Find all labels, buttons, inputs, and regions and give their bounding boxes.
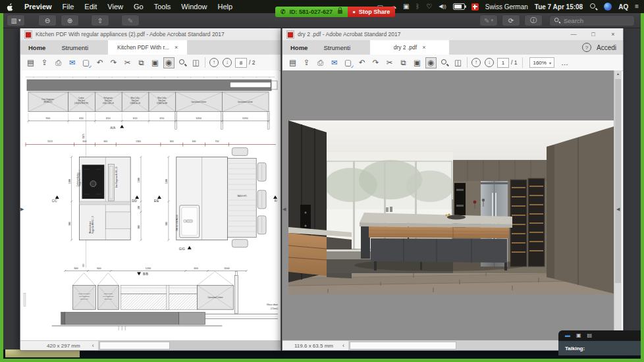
save-icon[interactable]: ▤: [26, 58, 36, 68]
snapshot-icon[interactable]: ◉: [164, 58, 174, 68]
minimize-button[interactable]: —: [564, 31, 583, 38]
accedi-link[interactable]: Accedi: [597, 44, 616, 51]
close-icon[interactable]: ×: [422, 44, 425, 51]
print-icon[interactable]: ⎙: [53, 58, 63, 68]
help-button[interactable]: ?: [582, 43, 591, 52]
pdf-page-kitchen-drawing[interactable]: Oven Gaggenau(BX480-11) CookerSub Zero(C…: [20, 70, 279, 341]
svg-text:Gaggenau CX480-111: Gaggenau CX480-111: [78, 169, 81, 186]
menu-go[interactable]: Go: [134, 3, 144, 11]
redo-icon[interactable]: ↷: [109, 58, 119, 68]
input-language[interactable]: Swiss German: [485, 3, 528, 11]
previous-page-icon[interactable]: ↑: [209, 58, 219, 67]
close-window-button[interactable]: ×: [603, 31, 623, 38]
zoom-level-select[interactable]: 160% ▾: [529, 57, 554, 68]
advanced-search-icon[interactable]: ◫: [453, 58, 463, 68]
zoom-out-button[interactable]: ⊖: [38, 14, 57, 26]
markup-button[interactable]: ✎: [121, 14, 140, 26]
menu-help[interactable]: Help: [217, 3, 232, 11]
grid-panel-icon[interactable]: ▤: [587, 333, 593, 338]
menu-tools[interactable]: Tools: [154, 3, 171, 11]
redo-icon[interactable]: ↷: [371, 58, 381, 68]
menu-window[interactable]: Window: [181, 3, 207, 11]
screen-share-icon[interactable]: ▣: [403, 3, 409, 10]
tab-strumenti[interactable]: Strumenti: [53, 40, 96, 55]
advanced-search-icon[interactable]: ◫: [191, 58, 201, 68]
share-button[interactable]: ⇧: [91, 14, 109, 26]
copy-icon[interactable]: ⧉: [398, 58, 408, 68]
snapshot-icon[interactable]: ◉: [426, 58, 436, 68]
cut-icon[interactable]: ✂: [385, 58, 394, 68]
page-number-input[interactable]: 1: [497, 58, 509, 68]
ribbon-tabstrip: Home Strumenti dry 2 .pdf × ? Accedi: [282, 40, 623, 55]
menu-clock[interactable]: Tue 7 Apr 15:08: [535, 3, 583, 11]
panel-collapse-arrow[interactable]: ◀: [282, 207, 286, 212]
document-tab[interactable]: Kitchen PDF With r... ×: [108, 40, 187, 55]
tab-home[interactable]: Home: [282, 40, 315, 55]
user-initials[interactable]: AQ: [618, 3, 628, 11]
pdf-canvas[interactable]: ▴: [282, 70, 622, 341]
window-titlebar[interactable]: Kitchen PDF With regular appliances (2).…: [20, 28, 281, 41]
document-tab[interactable]: dry 2 .pdf ×: [370, 40, 449, 55]
control-center-icon[interactable]: ≡: [635, 3, 639, 10]
swiss-flag-icon[interactable]: [471, 3, 479, 11]
volume-icon[interactable]: ◀)): [439, 3, 446, 10]
cut-icon[interactable]: ✂: [122, 58, 132, 68]
divider: [467, 57, 468, 68]
scroll-left-arrow[interactable]: ‹: [92, 342, 94, 349]
apple-menu-icon[interactable]: [7, 3, 14, 11]
square-panel-icon[interactable]: ▣: [576, 333, 581, 338]
acrobat-app-icon: [24, 30, 32, 39]
panel-collapse-arrow[interactable]: ◀: [616, 207, 620, 212]
battery-icon[interactable]: [453, 3, 465, 10]
tab-home[interactable]: Home: [20, 40, 53, 55]
search-icon[interactable]: [440, 58, 449, 67]
heart-icon[interactable]: ♡: [426, 3, 432, 10]
scrollbar-thumb[interactable]: [99, 342, 170, 349]
tab-strumenti[interactable]: Strumenti: [315, 40, 358, 55]
scroll-up-arrow[interactable]: ▴: [614, 70, 622, 78]
fill-sign-icon[interactable]: ▢✓: [81, 58, 91, 68]
stop-share-button[interactable]: ■ Stop Share: [348, 7, 395, 17]
scrollbar-thumb[interactable]: [615, 79, 621, 283]
rotate-button[interactable]: ⟳: [502, 14, 520, 26]
undo-icon[interactable]: ↶: [357, 58, 367, 68]
window-titlebar[interactable]: dry 2 .pdf - Adobe Acrobat Standard 2017…: [282, 28, 623, 41]
paste-icon[interactable]: ▣: [412, 58, 422, 68]
horizontal-scrollbar[interactable]: [98, 341, 281, 350]
scrollbar-thumb[interactable]: [350, 342, 456, 349]
email-icon[interactable]: ✉: [329, 58, 339, 68]
scroll-left-arrow[interactable]: ‹: [342, 342, 344, 349]
share-file-icon[interactable]: ⇪: [302, 58, 311, 68]
search-input[interactable]: Search: [549, 15, 635, 26]
bluetooth-icon[interactable]: ᛒ: [416, 3, 419, 10]
page-number-input[interactable]: 8: [235, 58, 247, 68]
annotate-pencil-button[interactable]: ✎ ▾: [479, 14, 498, 26]
save-icon[interactable]: ▤: [288, 58, 298, 68]
menu-edit[interactable]: Edit: [84, 3, 97, 11]
next-page-icon[interactable]: ↓: [485, 58, 494, 67]
menu-file[interactable]: File: [63, 3, 74, 11]
panel-expand-arrow[interactable]: ▶: [20, 207, 24, 212]
info-button[interactable]: ⓘ: [524, 14, 543, 26]
undo-icon[interactable]: ↶: [95, 58, 105, 68]
next-page-icon[interactable]: ↓: [223, 58, 232, 67]
close-icon[interactable]: ×: [174, 44, 178, 51]
zoom-in-button[interactable]: ⊕: [61, 14, 79, 26]
previous-page-icon[interactable]: ↑: [471, 58, 481, 67]
menu-app-name[interactable]: Preview: [24, 3, 52, 11]
minimize-panel-icon[interactable]: ▬: [565, 333, 570, 338]
menu-view[interactable]: View: [107, 3, 123, 11]
more-tools-button[interactable]: …: [561, 59, 569, 66]
maximize-button[interactable]: □: [583, 31, 603, 38]
sidebar-toggle-button[interactable]: ▥ ▾: [7, 14, 25, 26]
copy-icon[interactable]: ⧉: [136, 58, 146, 68]
vertical-scrollbar[interactable]: ▴: [614, 70, 622, 341]
fill-sign-icon[interactable]: ▢✓: [343, 58, 353, 68]
share-file-icon[interactable]: ⇪: [40, 58, 49, 68]
print-icon[interactable]: ⎙: [315, 58, 325, 68]
paste-icon[interactable]: ▣: [150, 58, 160, 68]
siri-icon[interactable]: [604, 3, 612, 11]
email-icon[interactable]: ✉: [67, 58, 77, 68]
search-icon[interactable]: [178, 58, 187, 67]
spotlight-search-icon[interactable]: [589, 3, 597, 11]
